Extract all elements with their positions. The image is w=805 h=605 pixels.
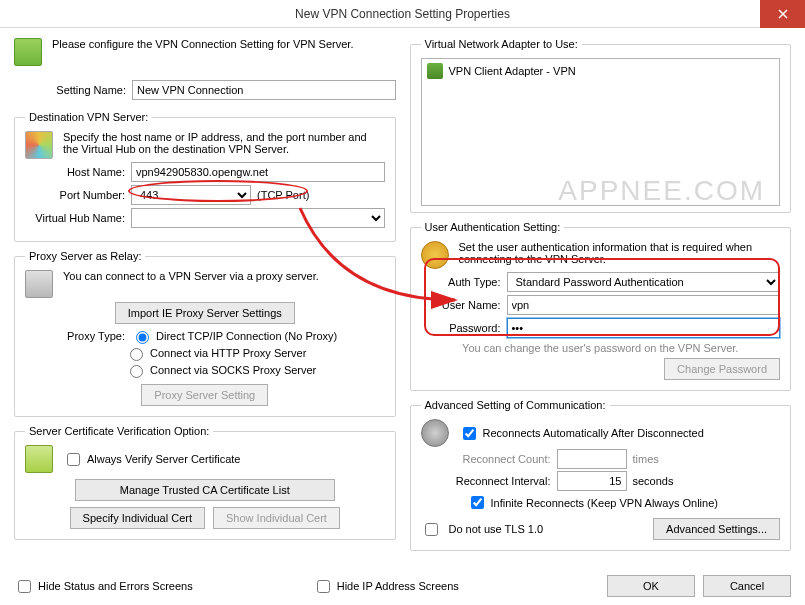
auth-legend: User Authentication Setting: xyxy=(421,221,565,233)
adapter-list[interactable]: VPN Client Adapter - VPN xyxy=(421,58,781,206)
import-ie-proxy-button[interactable]: Import IE Proxy Server Settings xyxy=(115,302,295,324)
password-label: Password: xyxy=(421,322,501,334)
change-password-button[interactable]: Change Password xyxy=(664,358,780,380)
advanced-group: Advanced Setting of Communication: Recon… xyxy=(410,399,792,551)
advanced-settings-button[interactable]: Advanced Settings... xyxy=(653,518,780,540)
show-cert-button[interactable]: Show Individual Cert xyxy=(213,507,340,529)
proxy-radio-direct[interactable] xyxy=(136,331,149,344)
proxy-hint: You can connect to a VPN Server via a pr… xyxy=(63,270,385,282)
proxy-legend: Proxy Server as Relay: xyxy=(25,250,145,262)
proxy-radio-socks[interactable] xyxy=(130,365,143,378)
close-icon xyxy=(778,9,788,19)
intro-text: Please configure the VPN Connection Sett… xyxy=(52,38,396,50)
gear-icon xyxy=(421,419,449,447)
setting-name-label: Setting Name: xyxy=(26,84,126,96)
reconnect-interval-label: Reconnect Interval: xyxy=(421,475,551,487)
proxy-opt-direct: Direct TCP/IP Connection (No Proxy) xyxy=(156,330,337,342)
adapter-group: Virtual Network Adapter to Use: VPN Clie… xyxy=(410,38,792,213)
proxy-opt-socks: Connect via SOCKS Proxy Server xyxy=(150,364,316,376)
adapter-item-label: VPN Client Adapter - VPN xyxy=(449,65,576,77)
hostname-label: Host Name: xyxy=(25,166,125,178)
auth-hint: Set the user authentication information … xyxy=(459,241,781,265)
specify-cert-button[interactable]: Specify Individual Cert xyxy=(70,507,205,529)
reconnect-count-suffix: times xyxy=(633,453,659,465)
auth-note: You can change the user's password on th… xyxy=(421,342,781,354)
proxy-radio-http[interactable] xyxy=(130,348,143,361)
reconnect-interval-suffix: seconds xyxy=(633,475,674,487)
adapter-item-icon xyxy=(427,63,443,79)
cert-group: Server Certificate Verification Option: … xyxy=(14,425,396,540)
always-verify-label: Always Verify Server Certificate xyxy=(87,453,240,465)
reconnect-auto-checkbox[interactable] xyxy=(463,427,476,440)
advanced-legend: Advanced Setting of Communication: xyxy=(421,399,610,411)
setting-name-input[interactable] xyxy=(132,80,396,100)
proxy-opt-http: Connect via HTTP Proxy Server xyxy=(150,347,306,359)
destination-hint: Specify the host name or IP address, and… xyxy=(63,131,385,155)
adapter-item[interactable]: VPN Client Adapter - VPN xyxy=(425,62,777,80)
server-icon xyxy=(25,131,53,159)
hostname-input[interactable] xyxy=(131,162,385,182)
hide-status-label: Hide Status and Errors Screens xyxy=(38,580,193,592)
proxy-setting-button[interactable]: Proxy Server Setting xyxy=(141,384,268,406)
notls-checkbox[interactable] xyxy=(425,523,438,536)
destination-legend: Destination VPN Server: xyxy=(25,111,152,123)
infinite-reconnect-label: Infinite Reconnects (Keep VPN Always Onl… xyxy=(491,497,718,509)
hide-ip-checkbox[interactable] xyxy=(317,580,330,593)
username-input[interactable] xyxy=(507,295,781,315)
reconnect-count-input[interactable] xyxy=(557,449,627,469)
auth-type-label: Auth Type: xyxy=(421,276,501,288)
adapter-legend: Virtual Network Adapter to Use: xyxy=(421,38,582,50)
always-verify-checkbox[interactable] xyxy=(67,453,80,466)
port-label: Port Number: xyxy=(25,189,125,201)
cert-legend: Server Certificate Verification Option: xyxy=(25,425,213,437)
reconnect-interval-input[interactable] xyxy=(557,471,627,491)
infinite-reconnect-checkbox[interactable] xyxy=(471,496,484,509)
titlebar: New VPN Connection Setting Properties xyxy=(0,0,805,28)
password-input[interactable] xyxy=(507,318,781,338)
vhub-label: Virtual Hub Name: xyxy=(25,212,125,224)
username-label: User Name: xyxy=(421,299,501,311)
port-suffix: (TCP Port) xyxy=(257,189,309,201)
manage-ca-button[interactable]: Manage Trusted CA Certificate List xyxy=(75,479,335,501)
auth-type-select[interactable]: Standard Password Authentication xyxy=(507,272,781,292)
vhub-select[interactable] xyxy=(131,208,385,228)
reconnect-count-label: Reconnect Count: xyxy=(421,453,551,465)
proxy-type-label: Proxy Type: xyxy=(25,330,125,342)
keys-icon xyxy=(421,241,449,269)
cancel-button[interactable]: Cancel xyxy=(703,575,791,597)
reconnect-auto-label: Reconnects Automatically After Disconnec… xyxy=(483,427,704,439)
auth-group: User Authentication Setting: Set the use… xyxy=(410,221,792,391)
window-title: New VPN Connection Setting Properties xyxy=(295,7,510,21)
notls-label: Do not use TLS 1.0 xyxy=(449,523,646,535)
port-select[interactable]: 443 xyxy=(131,185,251,205)
hide-status-checkbox[interactable] xyxy=(18,580,31,593)
hide-ip-label: Hide IP Address Screens xyxy=(337,580,459,592)
proxy-icon xyxy=(25,270,53,298)
proxy-group: Proxy Server as Relay: You can connect t… xyxy=(14,250,396,417)
certificate-icon xyxy=(25,445,53,473)
close-button[interactable] xyxy=(760,0,805,28)
destination-group: Destination VPN Server: Specify the host… xyxy=(14,111,396,242)
ok-button[interactable]: OK xyxy=(607,575,695,597)
properties-icon xyxy=(14,38,42,66)
